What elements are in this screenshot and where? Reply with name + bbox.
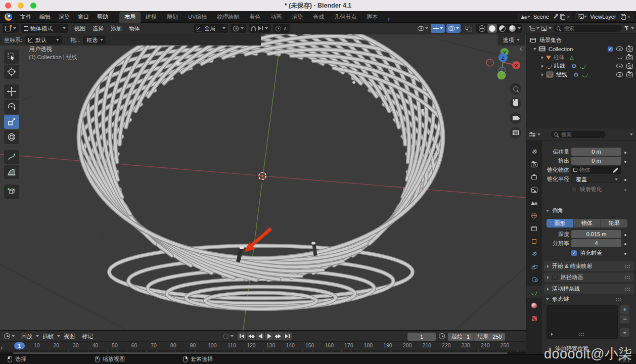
mode-selector[interactable]: 物体模式 — [21, 24, 68, 33]
timeline-left-arrow-icon[interactable]: › — [1, 344, 3, 351]
menu-view[interactable]: 视图 — [60, 333, 78, 340]
tab-object-data[interactable] — [526, 286, 542, 298]
tab-texture[interactable] — [526, 312, 542, 325]
path-animation-checkbox[interactable] — [552, 275, 558, 280]
zoom-view-button[interactable] — [510, 83, 521, 95]
prev-keyframe-button[interactable] — [247, 332, 255, 340]
ruler-frame-90[interactable]: 90 — [185, 342, 200, 348]
gizmos-toggle[interactable] — [431, 24, 445, 33]
shape-key-specials-button[interactable] — [620, 328, 629, 337]
ruler-frame-210[interactable]: 210 — [419, 342, 434, 348]
workspace-tab-动画[interactable]: 动画 — [265, 12, 287, 23]
properties-search-input[interactable] — [560, 131, 603, 138]
ruler-frame-40[interactable]: 40 — [87, 342, 103, 348]
bevel-mode-profile[interactable]: 轮廓 — [601, 219, 627, 228]
tab-constraints[interactable] — [526, 274, 542, 286]
hide-viewport-icon[interactable] — [616, 47, 623, 51]
tab-render[interactable] — [526, 159, 542, 171]
xray-toggle[interactable] — [462, 24, 475, 33]
hidden-eye-icon[interactable] — [617, 56, 623, 59]
bevel-mode-round[interactable]: 圆形 — [547, 219, 574, 228]
workspace-tab-纹理绘制[interactable]: 纹理绘制 — [212, 12, 244, 23]
taper-object-field[interactable]: 物体 — [571, 166, 621, 174]
workspace-tab-布局[interactable]: 布局 — [119, 12, 141, 23]
tool-move[interactable] — [4, 84, 19, 99]
ruler-frame-180[interactable]: 180 — [360, 342, 376, 348]
display-mode-icon[interactable] — [529, 26, 535, 31]
ruler-frame-120[interactable]: 120 — [244, 342, 259, 348]
animate-dot-icon[interactable] — [624, 161, 626, 163]
disable-render-icon[interactable] — [626, 64, 633, 69]
auto-keying-toggle[interactable] — [223, 334, 229, 339]
close-icon[interactable]: × — [627, 14, 630, 19]
jump-to-start-button[interactable] — [238, 332, 246, 340]
taper-radius-dropdown[interactable]: 覆盖 — [571, 175, 621, 183]
pan-view-button[interactable] — [510, 98, 521, 109]
animate-dot-icon[interactable] — [624, 234, 626, 236]
camera-view-button[interactable] — [510, 112, 521, 124]
ortho-toggle-button[interactable] — [510, 127, 521, 139]
close-icon[interactable]: × — [567, 14, 570, 19]
menu-view[interactable]: 视图 — [71, 25, 89, 32]
eyedropper-icon[interactable] — [614, 168, 618, 172]
extrude-field[interactable]: 0 m — [571, 157, 621, 165]
ruler-frame-190[interactable]: 190 — [380, 342, 395, 348]
coord-system-dropdown[interactable]: 默认 — [25, 36, 62, 44]
drag-grip-icon[interactable] — [624, 287, 631, 291]
filter-restriction-icon[interactable] — [541, 26, 547, 31]
ruler-frame-130[interactable]: 130 — [263, 342, 279, 348]
shape-key-remove-button[interactable]: − — [620, 315, 629, 324]
play-reverse-button[interactable] — [256, 332, 264, 340]
map-taper-checkbox[interactable] — [571, 187, 577, 192]
tool-measure[interactable] — [4, 165, 19, 179]
tab-scene[interactable] — [526, 197, 542, 209]
workspace-tab-渲染[interactable]: 渲染 — [287, 12, 308, 23]
tab-modifiers[interactable]: ⚙ — [526, 248, 542, 260]
expand-icon[interactable] — [541, 56, 543, 59]
menu-help[interactable]: 帮助 — [93, 11, 112, 22]
drag-grip-icon[interactable] — [624, 264, 631, 268]
tab-world[interactable] — [526, 209, 542, 221]
add-workspace-button[interactable]: + — [383, 15, 395, 23]
expand-icon[interactable] — [541, 73, 543, 76]
workspace-tab-脚本[interactable]: 脚本 — [361, 12, 383, 23]
jump-to-end-button[interactable] — [283, 332, 292, 340]
hide-viewport-icon[interactable] — [616, 64, 623, 68]
shading-wireframe-button[interactable] — [477, 24, 487, 33]
magnet-icon[interactable] — [251, 26, 256, 31]
ruler-frame-220[interactable]: 220 — [439, 342, 454, 348]
proportional-editing[interactable]: ∧ — [273, 24, 290, 33]
outliner-search-input[interactable] — [563, 25, 619, 32]
object-row-weft[interactable]: 纬线 ⚙ — [526, 62, 636, 70]
fill-caps-checkbox[interactable] — [571, 250, 577, 256]
shape-keys-list[interactable] — [547, 305, 618, 339]
expand-icon[interactable] — [533, 48, 536, 50]
panel-shape-keys[interactable]: 形态键 — [546, 295, 622, 303]
ruler-frame-100[interactable]: 100 — [205, 342, 220, 348]
disable-render-icon[interactable] — [626, 55, 633, 60]
gizmo-negx-axis[interactable] — [486, 59, 493, 66]
collection-checkbox[interactable] — [608, 47, 613, 52]
menu-file[interactable]: 文件 — [16, 11, 35, 22]
menu-keying[interactable]: 插帧 — [39, 333, 57, 340]
disable-render-icon[interactable] — [626, 72, 633, 77]
menu-playback[interactable]: 回放 — [18, 333, 36, 340]
tab-tool[interactable]: ⚙ — [526, 146, 542, 158]
shading-material-button[interactable] — [497, 24, 507, 33]
ruler-frame-150[interactable]: 150 — [302, 342, 317, 348]
tool-cursor[interactable] — [4, 65, 19, 79]
outliner-search[interactable] — [553, 24, 622, 32]
end-frame-field[interactable]: 结束 250 — [473, 333, 505, 341]
ruler-frame-110[interactable]: 110 — [224, 342, 239, 348]
ruler-frame-230[interactable]: 230 — [458, 342, 473, 348]
tab-output[interactable] — [526, 171, 542, 184]
panel-path-animation[interactable]: 路径动画 — [544, 272, 634, 282]
tab-physics[interactable] — [526, 261, 542, 273]
viewport-3d[interactable]: 坐标系: 默认 拖... 框选 选项 用户透视 (1) Collection |… — [0, 34, 526, 330]
properties-search[interactable] — [551, 130, 606, 139]
offset-field[interactable]: 0 m — [571, 148, 621, 156]
menu-window[interactable]: 窗口 — [74, 11, 93, 22]
ruler-frame-10[interactable]: 10 — [29, 342, 44, 348]
animate-dot-icon[interactable] — [624, 179, 626, 181]
panel-start-end-mapping[interactable]: 开始 & 结束映射 — [544, 261, 634, 271]
